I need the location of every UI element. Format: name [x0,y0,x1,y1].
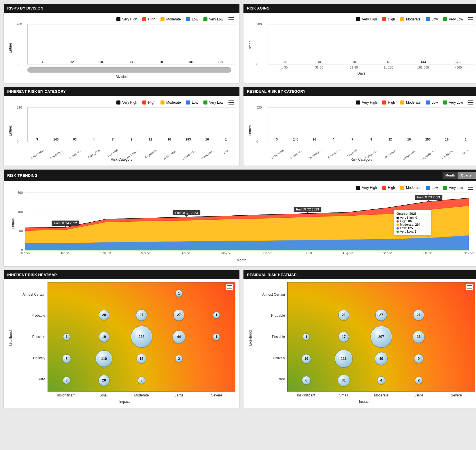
horizontal-scrollbar[interactable] [27,67,231,73]
heatmap-cell[interactable] [198,348,235,370]
heatmap-cell[interactable]: 3 [123,369,160,391]
heatmap-cell[interactable] [160,369,198,391]
legend-item-moderate[interactable]: Moderate [400,100,421,105]
heatmap-cell[interactable]: 15 [123,348,160,370]
heatmap-cell[interactable]: 1 [198,326,235,348]
heatmap-cell[interactable]: 1 [160,282,198,304]
chart-menu-icon[interactable] [468,17,473,21]
heatmap-cell[interactable]: 17 [325,326,362,348]
heatmap-cell[interactable]: 1 [48,326,85,348]
heatmap-cell[interactable]: 1 [288,326,325,348]
toggle-month[interactable]: Month [443,172,458,179]
legend-item-moderate[interactable]: Moderate [400,17,421,21]
heatmap-cell[interactable]: 21 [400,304,437,326]
heatmap-cell[interactable] [437,304,475,326]
heatmap-bubble: 40 [375,352,388,365]
heatmap-cell[interactable]: 27 [160,304,198,326]
plot-inherent-category[interactable]: 03203140934791210253161 [27,107,235,142]
legend-item-veryHigh[interactable]: Very High [356,100,377,105]
heatmap-cell[interactable]: 3 [48,369,85,391]
heatmap-cell[interactable] [437,348,475,370]
heatmap-cell[interactable] [85,282,123,304]
legend-item-high[interactable]: High [382,100,395,105]
legend-label: Low [432,17,438,21]
heatmap-cell[interactable]: 28 [85,369,123,391]
heatmap-cell[interactable] [48,282,85,304]
legend-item-veryLow[interactable]: Very Low [203,100,223,105]
heatmap-cell[interactable]: 27 [123,304,160,326]
heatmap-cell[interactable]: 4 [362,369,400,391]
heatmap-cell[interactable] [123,282,160,304]
heatmap-cell[interactable]: 27 [362,304,400,326]
heatmap-cell[interactable] [400,282,437,304]
heatmap-cell[interactable]: 19 [85,326,123,348]
legend-item-low[interactable]: Low [426,17,438,21]
heatmap-cell[interactable]: 238 [123,326,160,348]
legend-item-low[interactable]: Low [186,100,198,105]
heatmap-cell[interactable]: 40 [362,348,400,370]
legend-swatch [116,17,120,21]
legend-item-low[interactable]: Low [426,100,438,105]
x-axis-title: Days [248,71,475,75]
legend-item-low[interactable]: Low [426,186,438,190]
chart-menu-icon[interactable] [468,100,473,105]
heatmap-cell[interactable]: 20 [85,304,123,326]
heatmap-cell[interactable]: 21 [325,304,362,326]
heatmap-cell[interactable]: 6 [288,369,325,391]
heatmap-cell[interactable]: 10 [288,348,325,370]
legend-item-high[interactable]: High [382,186,395,190]
heatmap-cell[interactable]: 36 [400,326,437,348]
legend-item-veryLow[interactable]: Very Low [203,17,223,21]
heatmap-cell[interactable] [362,282,400,304]
heatmap-cell[interactable] [437,282,475,304]
heatmap-x-label: Insignificant [48,392,85,397]
heatmap-cell[interactable]: 116 [325,348,362,370]
legend-item-veryHigh[interactable]: Very High [356,186,377,190]
panel-title: RISK TRENDING [7,173,37,178]
heatmap-cell[interactable] [48,304,85,326]
legend-item-veryHigh[interactable]: Very High [116,100,137,105]
chart-menu-icon[interactable] [228,100,234,105]
heatmap-cell[interactable] [198,282,235,304]
heatmap-cell[interactable]: 2 [400,369,437,391]
heatmap-cell[interactable] [288,304,325,326]
legend-item-high[interactable]: High [382,17,395,21]
plot-risk-aging[interactable]: 0200100701445143176 [267,24,475,64]
legend-item-high[interactable]: High [142,100,155,105]
heatmap-cell[interactable] [198,369,235,391]
bar-total-label: 12 [149,138,152,141]
legend-item-high[interactable]: High [142,17,155,21]
heatmap-cell[interactable] [437,326,475,348]
chart-menu-icon[interactable] [468,186,473,190]
legend-item-low[interactable]: Low [186,17,198,21]
heatmap-cell[interactable]: 1 [198,304,235,326]
svg-text:Mar '23: Mar '23 [141,251,151,255]
heatmap-cell[interactable]: 31 [325,369,362,391]
legend-item-veryLow[interactable]: Very Low [443,100,463,105]
legend-label: Very Low [449,17,463,21]
plot-risk-trending[interactable]: 0200400600Dec '22Jan '23Feb '23Mar '23Ap… [25,193,475,256]
legend-item-veryLow[interactable]: Very Low [443,186,463,190]
legend-item-veryHigh[interactable]: Very High [356,17,377,21]
legend-item-veryHigh[interactable]: Very High [116,17,137,21]
toggle-quarter[interactable]: Quarter [458,172,476,179]
legend-item-veryLow[interactable]: Very Low [443,17,463,21]
heatmap-cell[interactable]: 44 [160,326,198,348]
bar-total-label: 16 [445,138,449,141]
heatmap-cell[interactable]: 207 [362,326,400,348]
plot-residual-category[interactable]: 03203140934791210253161 [267,107,475,142]
heatmap-cell[interactable] [437,369,475,391]
heatmap-cell[interactable]: 2 [160,348,198,370]
heatmap-bubble: 2 [415,377,422,384]
heatmap-cell[interactable] [288,282,325,304]
x-axis-title: Division [8,75,235,79]
heatmap-cell[interactable]: 8 [48,348,85,370]
heatmap-cell[interactable]: 9 [400,348,437,370]
plot-risks-by-division[interactable]: 02004321831420186109 [27,24,235,64]
chart-menu-icon[interactable] [228,17,234,21]
legend-item-moderate[interactable]: Moderate [400,186,421,190]
heatmap-cell[interactable]: 110 [85,348,123,370]
heatmap-cell[interactable] [325,282,362,304]
legend-item-moderate[interactable]: Moderate [160,100,181,105]
legend-item-moderate[interactable]: Moderate [160,17,181,21]
